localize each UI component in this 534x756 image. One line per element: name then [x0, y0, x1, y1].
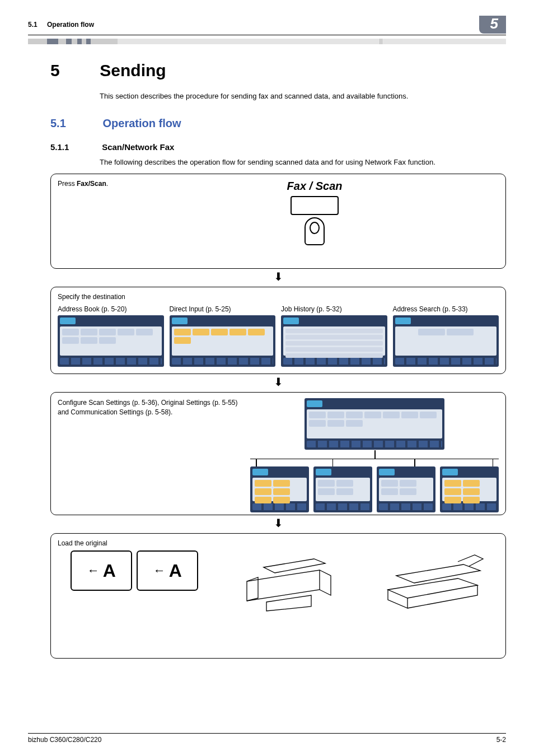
flow-arrow-icon: ⬇ [50, 517, 506, 529]
dest-address-book-label: Address Book (p. 5-20) [58, 305, 164, 313]
section-heading: 5.1 Operation flow [50, 117, 506, 130]
screen-thumb-direct-input [170, 315, 276, 367]
chapter-badge: 5 [479, 16, 506, 34]
finger-press-icon [305, 217, 325, 245]
adf-printer-illustration [236, 550, 342, 612]
step1-instruction: Press Fax/Scan. [58, 180, 108, 188]
dest-direct-input-label: Direct Input (p. 5-25) [170, 305, 276, 313]
screen-thumb-job-history [281, 315, 387, 367]
chapter-title: Sending [100, 61, 166, 80]
screen-thumb-address-book [58, 315, 164, 367]
screen-thumb-comm-settings-3 [440, 466, 499, 512]
section-title: Operation flow [103, 117, 181, 129]
decorative-bar [28, 39, 506, 44]
screen-thumb-comm-settings-1 [313, 466, 372, 512]
header-section-name: Operation flow [47, 21, 94, 29]
left-arrow-icon: ← [87, 563, 100, 578]
dest-address-search-label: Address Search (p. 5-33) [393, 305, 499, 313]
chapter-heading: 5 Sending [50, 61, 506, 80]
step2-title: Specify the destination [58, 293, 499, 301]
footer-model: bizhub C360/C280/C220 [28, 736, 101, 744]
fax-scan-button-illustration [291, 196, 339, 215]
flow-arrow-icon: ⬇ [50, 271, 506, 282]
subsection-number: 5.1.1 [50, 142, 100, 152]
flow-step-settings: Configure Scan Settings (p. 5-36), Origi… [50, 392, 506, 515]
screen-thumb-scan-settings [305, 398, 444, 450]
flow-step-destination: Specify the destination Address Book (p.… [50, 287, 506, 374]
step4-label: Load the original [58, 539, 499, 547]
header-section-ref: 5.1 [28, 21, 38, 29]
flow-arrow-icon: ⬇ [50, 376, 506, 388]
flow-step-press-faxscan: Press Fax/Scan. Fax / Scan [50, 174, 506, 269]
branch-connector [250, 459, 499, 459]
fax-scan-panel-label: Fax / Scan [130, 180, 499, 193]
original-box-1: ←A [71, 550, 132, 591]
left-arrow-icon: ← [153, 563, 166, 578]
original-box-2: ←A [137, 550, 198, 591]
screen-thumb-comm-settings-2 [377, 466, 435, 512]
footer-page-number: 5-2 [496, 736, 506, 744]
subsection-intro: The following describes the operation fl… [100, 157, 506, 168]
dest-job-history-label: Job History (p. 5-32) [281, 305, 387, 313]
flatbed-printer-illustration [380, 550, 486, 612]
section-number: 5.1 [50, 117, 100, 130]
chapter-number: 5 [50, 61, 95, 80]
flow-step-load-original: Load the original ←A ←A [50, 533, 506, 659]
subsection-title: Scan/Network Fax [102, 142, 174, 152]
subsection-heading: 5.1.1 Scan/Network Fax [50, 142, 506, 152]
step3-text: Configure Scan Settings (p. 5-36), Origi… [58, 398, 242, 508]
screen-thumb-original-settings [250, 466, 309, 512]
chapter-intro: This section describes the procedure for… [100, 91, 506, 102]
screen-thumb-address-search [393, 315, 499, 367]
